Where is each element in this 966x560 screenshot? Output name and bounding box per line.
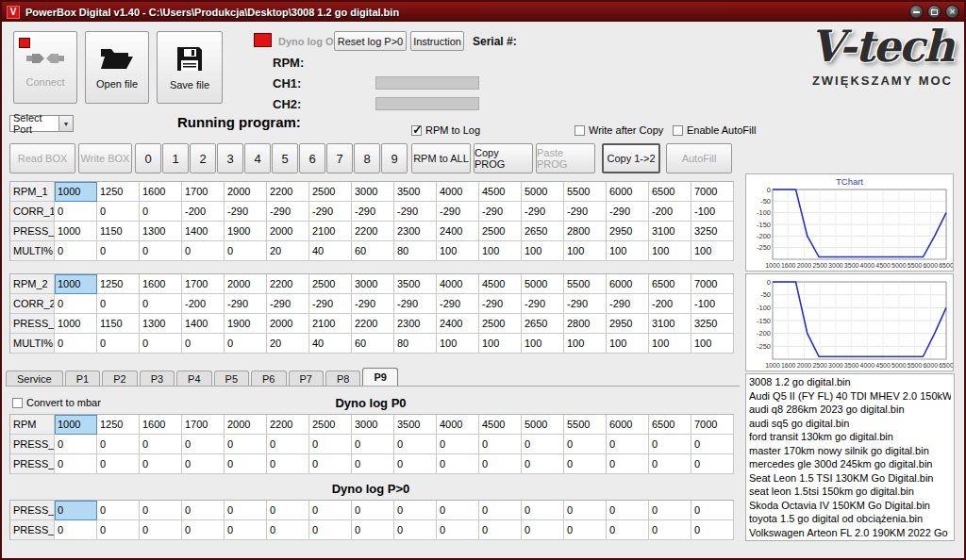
table-cell[interactable]: -290 (437, 294, 479, 314)
table-cell[interactable]: 3500 (394, 182, 437, 202)
table-cell[interactable]: 2200 (267, 274, 309, 294)
table-cell[interactable]: 0 (309, 435, 352, 454)
table-cell[interactable]: 100 (479, 334, 522, 354)
write-box-button[interactable]: Write BOX (78, 143, 132, 173)
table-cell[interactable]: 0 (182, 435, 225, 454)
table-cell[interactable]: 0 (267, 520, 309, 540)
table-cell[interactable]: 1150 (97, 222, 140, 241)
table-cell[interactable]: -290 (394, 294, 437, 314)
table-cell[interactable]: 0 (649, 435, 691, 454)
table-cell[interactable]: -290 (309, 294, 352, 314)
table-cell[interactable]: 6000 (607, 415, 649, 435)
table-cell[interactable]: 0 (182, 454, 225, 474)
table-cell[interactable]: 0 (309, 454, 352, 474)
file-list-item[interactable]: master 170km nowy silnik go digital.bin (749, 444, 951, 458)
table-cell[interactable]: 0 (564, 435, 607, 454)
table-cell[interactable]: 0 (140, 501, 182, 520)
autofill-button[interactable]: AutoFill (666, 143, 732, 173)
table-cell[interactable]: 2400 (437, 222, 479, 241)
table-cell[interactable]: 100 (649, 334, 691, 354)
table-cell[interactable]: 1700 (182, 274, 225, 294)
table-cell[interactable]: 3500 (394, 274, 437, 294)
table-cell[interactable]: 5000 (522, 182, 564, 202)
table-cell[interactable]: 2500 (479, 314, 522, 334)
table-cell[interactable]: 0 (479, 435, 522, 454)
table-cell[interactable]: 2200 (352, 222, 394, 241)
table-cell[interactable]: 3500 (394, 415, 437, 435)
table-cell[interactable]: 2300 (394, 222, 437, 241)
table-cell[interactable]: -290 (267, 294, 309, 314)
table-cell[interactable]: 1000 (55, 182, 97, 202)
table-cell[interactable]: 0 (55, 202, 97, 222)
table-cell[interactable]: 2300 (394, 314, 437, 334)
table-cell[interactable]: 0 (225, 435, 267, 454)
digit-button-8[interactable]: 8 (354, 143, 380, 173)
table-cell[interactable]: 0 (182, 241, 225, 261)
table-cell[interactable]: 1700 (182, 182, 225, 202)
table-cell[interactable]: 100 (691, 334, 734, 354)
table-cell[interactable]: 4000 (437, 182, 479, 202)
tab-p6[interactable]: P6 (251, 371, 286, 386)
table-cell[interactable]: 5000 (522, 415, 564, 435)
paste-prog-button[interactable]: Paste PROG (536, 143, 595, 173)
table-cell[interactable]: 2800 (564, 222, 607, 241)
table-cell[interactable]: 1900 (225, 314, 267, 334)
table-cell[interactable]: 0 (649, 520, 691, 540)
table-cell[interactable]: 20 (267, 241, 309, 261)
table-cell[interactable]: 0 (267, 435, 309, 454)
table-cell[interactable]: 2400 (437, 314, 479, 334)
table-cell[interactable]: 0 (97, 241, 140, 261)
table-cell[interactable]: 0 (97, 501, 140, 520)
table-cell[interactable]: -290 (522, 202, 564, 222)
tab-p3[interactable]: P3 (140, 371, 175, 386)
file-list-item[interactable]: audi q8 286km 2023 go digital.bin (749, 403, 951, 417)
table-cell[interactable]: 0 (522, 454, 564, 474)
table-cell[interactable]: 1250 (97, 274, 140, 294)
copy-prog-button[interactable]: Copy PROG (474, 143, 533, 173)
rpm-to-all-button[interactable]: RPM to ALL (411, 143, 471, 173)
file-list-item[interactable]: audi sq5 go digital.bin (749, 417, 951, 431)
table-cell[interactable]: 2500 (479, 222, 522, 241)
table-cell[interactable]: 100 (522, 334, 564, 354)
digit-button-6[interactable]: 6 (299, 143, 325, 173)
digit-button-9[interactable]: 9 (381, 143, 408, 173)
tab-p4[interactable]: P4 (176, 371, 211, 386)
table-cell[interactable]: 2000 (225, 274, 267, 294)
table-cell[interactable]: 0 (522, 435, 564, 454)
table-cell[interactable]: 100 (479, 241, 522, 261)
table-cell[interactable]: 2500 (309, 274, 352, 294)
table-cell[interactable]: 2200 (267, 415, 309, 435)
table-cell[interactable]: 2100 (309, 314, 352, 334)
table-cell[interactable]: 2200 (352, 314, 394, 334)
table-cell[interactable]: 40 (309, 334, 352, 354)
table-cell[interactable]: 100 (691, 241, 734, 261)
tab-p7[interactable]: P7 (289, 371, 324, 386)
table-cell[interactable]: 7000 (691, 415, 734, 435)
file-list-item[interactable]: Seat Leon 1.5 TSI 130KM Go Digital.bin (749, 471, 951, 486)
digit-button-4[interactable]: 4 (244, 143, 271, 173)
table-cell[interactable]: -290 (352, 202, 394, 222)
table-cell[interactable]: 0 (437, 501, 479, 520)
table-cell[interactable]: 0 (691, 501, 734, 520)
table-cell[interactable]: 2800 (564, 314, 607, 334)
table-cell[interactable]: 0 (97, 334, 140, 354)
table-cell[interactable]: 0 (309, 520, 352, 540)
table-cell[interactable]: -200 (182, 294, 225, 314)
table-cell[interactable]: 20 (267, 334, 309, 354)
close-button[interactable]: × (945, 5, 959, 19)
table-cell[interactable]: 0 (225, 241, 267, 261)
table-cell[interactable]: 0 (479, 501, 522, 520)
table-cell[interactable]: 100 (607, 334, 649, 354)
table-cell[interactable]: 3250 (691, 222, 734, 241)
tab-service[interactable]: Service (6, 371, 63, 386)
table-cell[interactable]: 4500 (479, 415, 522, 435)
table-cell[interactable]: 0 (607, 501, 649, 520)
table-cell[interactable]: 0 (522, 520, 564, 540)
table-cell[interactable]: 80 (394, 334, 437, 354)
table-cell[interactable]: 1000 (55, 274, 97, 294)
table-cell[interactable]: -290 (394, 202, 437, 222)
table-cell[interactable]: 1600 (140, 274, 182, 294)
table-cell[interactable]: -290 (309, 202, 352, 222)
file-list-item[interactable]: Audi Q5 II (FY FL) 40 TDI MHEV 2.0 150kW… (749, 389, 951, 404)
table-cell[interactable]: 60 (352, 334, 394, 354)
